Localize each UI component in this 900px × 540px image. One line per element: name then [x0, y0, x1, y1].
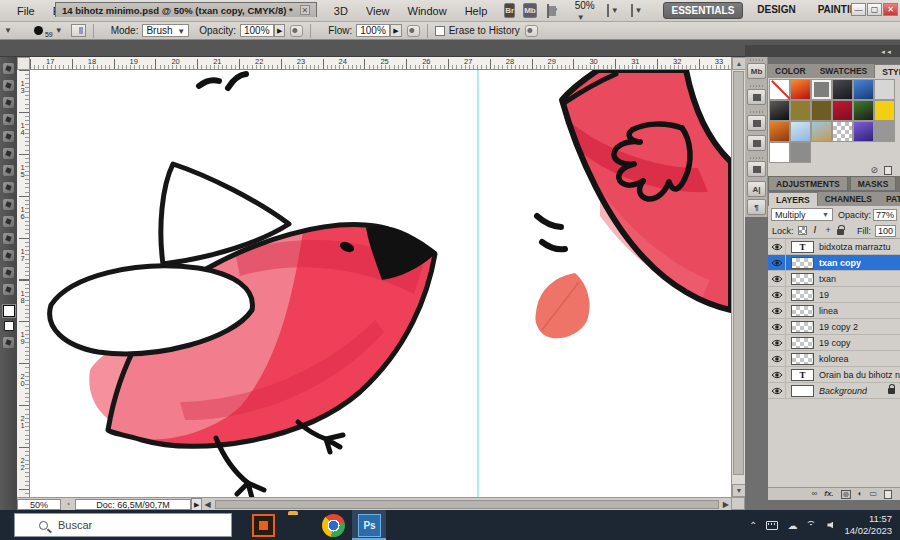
style-swatch[interactable] [832, 100, 853, 121]
layer-visibility-eye-icon[interactable] [768, 303, 786, 319]
add-layer-mask-icon[interactable] [841, 490, 851, 499]
scroll-left-icon[interactable]: ◀ [202, 500, 212, 509]
airbrush-icon[interactable] [290, 25, 303, 37]
layer-fill-field[interactable]: 100 [875, 225, 896, 237]
canvas-artwork[interactable] [30, 70, 731, 497]
panel-tab[interactable]: PATHS [879, 192, 900, 206]
layer-thumbnail[interactable] [791, 273, 814, 285]
orange-app-icon[interactable] [252, 514, 275, 537]
layer-visibility-eye-icon[interactable] [768, 255, 786, 271]
quick-mask-icon[interactable] [3, 337, 14, 348]
clone-source-panel-icon[interactable] [747, 161, 766, 177]
vertical-scrollbar[interactable]: ▲ ▼ [731, 57, 745, 497]
toggle-brush-panel-icon[interactable] [71, 24, 86, 37]
menu-item[interactable]: File [8, 5, 44, 17]
menu-item[interactable]: Help [456, 5, 497, 17]
scroll-up-icon[interactable]: ▲ [732, 57, 746, 70]
style-swatch[interactable] [790, 100, 811, 121]
style-swatch[interactable] [832, 121, 853, 142]
screen-mode-icon[interactable] [631, 4, 633, 17]
history-brush-tool-icon[interactable] [3, 216, 14, 227]
clear-style-icon[interactable]: ⊘ [870, 165, 878, 175]
lock-position-icon[interactable]: + [824, 226, 833, 235]
new-group-icon[interactable]: ▭ [869, 489, 877, 499]
flow-slider-arrow[interactable]: ▶ [390, 24, 401, 37]
tool-presets-panel-icon[interactable] [747, 135, 766, 151]
quick-selection-tool-icon[interactable] [3, 114, 14, 125]
layer-visibility-eye-icon[interactable] [768, 319, 786, 335]
view-extras-icon[interactable] [607, 4, 609, 17]
pen-tool-icon[interactable] [3, 267, 14, 278]
photoshop-taskbar-button[interactable]: Ps [352, 510, 386, 540]
lasso-tool-icon[interactable] [3, 97, 14, 108]
move-tool-icon[interactable] [3, 63, 14, 74]
lock-all-icon[interactable] [837, 229, 844, 235]
opacity-slider-arrow[interactable]: ▶ [274, 24, 285, 37]
layer-row[interactable]: txan copy [768, 255, 900, 271]
foreground-color-swatch[interactable] [3, 305, 15, 317]
zoom-percentage-field[interactable]: 50% [17, 499, 61, 510]
style-swatch[interactable] [874, 100, 895, 121]
character-panel-icon[interactable]: A| [747, 181, 766, 197]
menu-item[interactable]: 3D [325, 5, 357, 17]
layer-visibility-eye-icon[interactable] [768, 383, 786, 399]
layer-thumbnail[interactable] [791, 305, 814, 317]
type-tool-icon[interactable] [3, 284, 14, 295]
style-swatch[interactable] [769, 142, 790, 163]
link-layers-icon[interactable]: ∞ [812, 489, 818, 499]
brush-tool-icon[interactable] [3, 182, 14, 193]
layer-row[interactable]: txan [768, 271, 900, 287]
style-swatch[interactable] [811, 79, 832, 100]
style-swatch[interactable] [811, 121, 832, 142]
layer-thumbnail[interactable] [791, 321, 814, 333]
brush-preview-icon[interactable] [34, 26, 43, 35]
style-swatch[interactable] [874, 121, 895, 142]
menu-item[interactable]: Window [399, 5, 456, 17]
eraser-tool-icon[interactable] [3, 233, 14, 244]
zoom-level-dropdown[interactable]: 50% ▼ [575, 0, 595, 22]
histogram-panel-icon[interactable] [747, 89, 766, 105]
tablet-pressure-icon[interactable] [525, 25, 538, 37]
layer-thumbnail[interactable] [791, 385, 814, 397]
close-button[interactable]: ✕ [883, 3, 898, 16]
panel-tab[interactable]: STYLES [874, 64, 900, 78]
layer-style-fx-icon[interactable]: fx. [824, 489, 833, 499]
healing-brush-tool-icon[interactable] [3, 165, 14, 176]
style-swatch[interactable] [853, 79, 874, 100]
flow-field[interactable]: 100% [356, 24, 390, 37]
chrome-icon[interactable] [322, 514, 345, 537]
menu-item[interactable]: View [357, 5, 399, 17]
style-swatch[interactable] [790, 79, 811, 100]
hidden-icons-chevron-icon[interactable]: ⌃ [749, 520, 757, 531]
layer-visibility-eye-icon[interactable] [768, 271, 786, 287]
layer-thumbnail[interactable] [791, 289, 814, 301]
scroll-right-icon[interactable]: ▶ [721, 500, 731, 509]
layer-visibility-eye-icon[interactable] [768, 287, 786, 303]
vertical-scroll-thumb[interactable] [733, 71, 744, 475]
new-style-icon[interactable] [884, 166, 892, 175]
volume-icon[interactable] [827, 522, 833, 529]
style-swatch[interactable] [811, 100, 832, 121]
layer-opacity-field[interactable]: 77% [873, 209, 897, 221]
keyboard-layout-icon[interactable] [766, 521, 778, 530]
layer-row[interactable]: Background [768, 383, 900, 399]
mode-select[interactable]: Brush ▼ [142, 24, 189, 37]
layer-thumbnail[interactable] [791, 241, 814, 253]
panel-tab[interactable]: CHANNELS [818, 192, 879, 206]
layer-visibility-eye-icon[interactable] [768, 335, 786, 351]
paragraph-panel-icon[interactable]: ¶ [747, 199, 766, 215]
style-swatch[interactable] [790, 142, 811, 163]
gradient-tool-icon[interactable] [3, 250, 14, 261]
panel-tab[interactable]: COLOR [768, 64, 813, 78]
layer-visibility-eye-icon[interactable] [768, 367, 786, 383]
layer-visibility-eye-icon[interactable] [768, 239, 786, 255]
layer-row[interactable]: 19 [768, 287, 900, 303]
style-swatch[interactable] [874, 79, 895, 100]
tool-preset-chevron-icon[interactable]: ▼ [4, 26, 12, 35]
marquee-tool-icon[interactable] [3, 80, 14, 91]
minibridge-button[interactable]: Mb [523, 3, 537, 18]
layer-thumbnail[interactable] [791, 337, 814, 349]
wifi-icon[interactable] [806, 521, 818, 529]
brush-picker-chevron-icon[interactable]: ▼ [55, 26, 63, 35]
style-swatch[interactable] [769, 79, 790, 100]
